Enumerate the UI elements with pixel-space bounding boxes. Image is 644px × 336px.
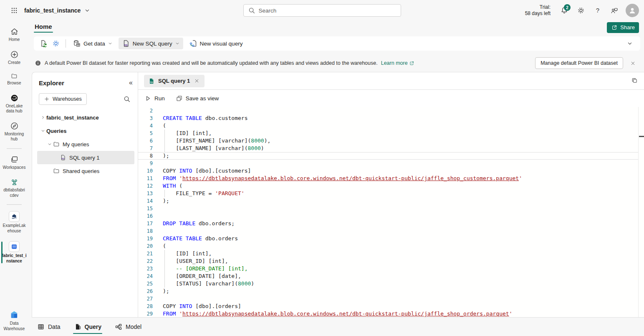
view-tab-query[interactable]: Query xyxy=(73,318,102,336)
indent-guide xyxy=(164,250,165,257)
code-line-24[interactable]: 24 [ORDER_DATE] [date], xyxy=(138,272,638,280)
line-content xyxy=(163,227,638,235)
help-button[interactable]: ? xyxy=(591,3,605,18)
code-line-22[interactable]: 22 [USER_ID] [int], xyxy=(138,257,638,265)
tree-item-sql-query-1[interactable]: SQLSQL query 1 xyxy=(37,151,134,164)
account-avatar[interactable] xyxy=(626,4,639,17)
tab-home[interactable]: Home xyxy=(34,22,53,33)
chevron-down-icon[interactable] xyxy=(40,128,46,133)
share-button[interactable]: Share xyxy=(607,22,639,33)
warehouse-icon xyxy=(9,241,20,252)
sidebar-item-home[interactable]: Home xyxy=(0,24,28,46)
chevron-down-icon[interactable] xyxy=(46,142,53,147)
collapse-explorer-icon[interactable]: « xyxy=(129,79,133,87)
code-line-17[interactable]: 17DROP TABLE dbo.orders; xyxy=(138,220,638,227)
code-line-23[interactable]: 23 -- [ORDER_DATE] [int], xyxy=(138,265,638,272)
line-number: 24 xyxy=(138,272,153,280)
code-line-26[interactable]: 26); xyxy=(138,288,638,295)
code-line-18[interactable]: 18 xyxy=(138,227,638,235)
indent-guide xyxy=(164,265,165,272)
sidebar-item-examplelakehouse[interactable]: ExampleLakehouse xyxy=(0,208,28,237)
run-button[interactable]: Run xyxy=(144,95,165,102)
sidebar-item-browse[interactable]: Browse xyxy=(0,70,28,89)
code-editor[interactable]: 23CREATE TABLE dbo.customers4(5 [ID] [in… xyxy=(138,107,644,317)
line-number: 18 xyxy=(138,227,153,235)
new-sql-query-button[interactable]: SQL New SQL query xyxy=(119,38,183,49)
code-line-9[interactable]: 9 xyxy=(138,160,638,167)
tree-item-fabric-test-instance[interactable]: fabric_test_instance xyxy=(37,111,134,124)
sidebar-item-data-warehouse[interactable]: DataWarehouse xyxy=(0,307,28,334)
line-number: 4 xyxy=(138,122,153,130)
banner-close-button[interactable] xyxy=(626,57,639,69)
code-line-3[interactable]: 3CREATE TABLE dbo.customers xyxy=(138,115,638,122)
collapse-ribbon-button[interactable] xyxy=(624,38,636,49)
feedback-button[interactable] xyxy=(607,3,621,18)
code-line-16[interactable]: 16 xyxy=(138,212,638,220)
compass-icon xyxy=(10,122,19,130)
search-input[interactable] xyxy=(259,8,397,14)
learn-more-link[interactable]: Learn more xyxy=(381,60,414,66)
sidebar-item-dbtlabsfabricdev[interactable]: dbtlabsfabricdev xyxy=(0,175,28,201)
folder-icon xyxy=(53,141,60,148)
left-nav-rail: HomeCreateBrowseOneLakedata hubMonitorin… xyxy=(0,21,28,336)
code-line-28[interactable]: 28COPY INTO [dbo].[orders] xyxy=(138,303,638,310)
chevron-down-icon xyxy=(175,41,180,46)
code-line-6[interactable]: 6 [FIRST_NAME] [varchar](8000), xyxy=(138,137,638,145)
cursor-position-marker xyxy=(639,136,644,137)
refresh-document-button[interactable] xyxy=(37,38,50,49)
code-line-21[interactable]: 21 [ID] [int], xyxy=(138,250,638,257)
app-launcher-icon[interactable] xyxy=(4,0,24,20)
sidebar-item-create[interactable]: Create xyxy=(0,47,28,69)
line-content xyxy=(163,107,638,115)
code-line-10[interactable]: 10COPY INTO [dbo].[customers] xyxy=(138,167,638,175)
query-tab[interactable]: SQL SQL query 1 xyxy=(144,75,205,87)
code-line-29[interactable]: 29FROM 'https://dbtlabsynapsedatalake.bl… xyxy=(138,310,638,317)
new-visual-query-button[interactable]: New visual query xyxy=(186,38,246,49)
code-line-20[interactable]: 20( xyxy=(138,242,638,250)
chevron-right-icon[interactable] xyxy=(40,115,46,120)
indent-guide xyxy=(164,280,165,288)
add-warehouses-button[interactable]: Warehouses xyxy=(39,93,87,105)
get-data-button[interactable]: Get data xyxy=(69,38,116,49)
copy-button[interactable] xyxy=(631,77,638,84)
close-tab-button[interactable] xyxy=(193,77,200,84)
save-as-view-button[interactable]: Save as view xyxy=(176,95,219,102)
line-number: 22 xyxy=(138,257,153,265)
sidebar-item-fabric-test-instance[interactable]: fabric_test_instance xyxy=(0,238,28,267)
notifications-button[interactable]: 2 xyxy=(557,3,571,18)
view-tab-label: Query xyxy=(85,323,101,330)
code-line-15[interactable]: 15 xyxy=(138,205,638,212)
code-line-19[interactable]: 19CREATE TABLE dbo.orders xyxy=(138,235,638,242)
code-line-5[interactable]: 5 [ID] [int], xyxy=(138,130,638,137)
code-line-14[interactable]: 14); xyxy=(138,197,638,205)
line-content xyxy=(163,212,638,220)
indent-guide xyxy=(164,145,165,152)
overview-ruler[interactable] xyxy=(638,107,644,317)
code-line-4[interactable]: 4( xyxy=(138,122,638,130)
line-content: [LAST_NAME] [varchar](8000) xyxy=(163,145,638,152)
code-line-27[interactable]: 27 xyxy=(138,295,638,303)
code-line-12[interactable]: 12WITH ( xyxy=(138,182,638,190)
view-tab-model[interactable]: Model xyxy=(114,318,142,336)
tree-item-queries[interactable]: Queries xyxy=(37,124,134,137)
tree-item-my-queries[interactable]: My queries xyxy=(37,137,134,151)
settings-button[interactable] xyxy=(574,3,588,18)
query-tabstrip: SQL SQL query 1 xyxy=(138,72,644,90)
sidebar-item-onelake-data-hub[interactable]: OneLakedata hub xyxy=(0,91,28,117)
explorer-search-button[interactable] xyxy=(121,93,133,105)
view-tab-data[interactable]: Data xyxy=(36,318,61,336)
code-line-2[interactable]: 2 xyxy=(138,107,638,115)
sidebar-item-workspaces[interactable]: Workspaces xyxy=(0,152,28,173)
workspace-switcher[interactable]: fabric_test_instance xyxy=(24,7,91,14)
sidebar-item-monitoring-hub[interactable]: Monitoringhub xyxy=(0,119,28,145)
code-line-8[interactable]: 8); xyxy=(138,152,638,160)
sidebar-item-label: dbtlabsfabricdev xyxy=(3,188,25,198)
code-line-7[interactable]: 7 [LAST_NAME] [varchar](8000) xyxy=(138,145,638,152)
manage-dataset-button[interactable]: Manage default Power BI dataset xyxy=(535,57,623,69)
warehouse-settings-button[interactable] xyxy=(50,38,62,49)
code-line-25[interactable]: 25 [STATUS] [varchar](8000) xyxy=(138,280,638,288)
tree-item-shared-queries[interactable]: Shared queries xyxy=(37,164,134,178)
line-number: 16 xyxy=(138,212,153,220)
code-line-13[interactable]: 13 FILE_TYPE = 'PARQUET' xyxy=(138,190,638,197)
code-line-11[interactable]: 11FROM 'https://dbtlabsynapsedatalake.bl… xyxy=(138,175,638,182)
